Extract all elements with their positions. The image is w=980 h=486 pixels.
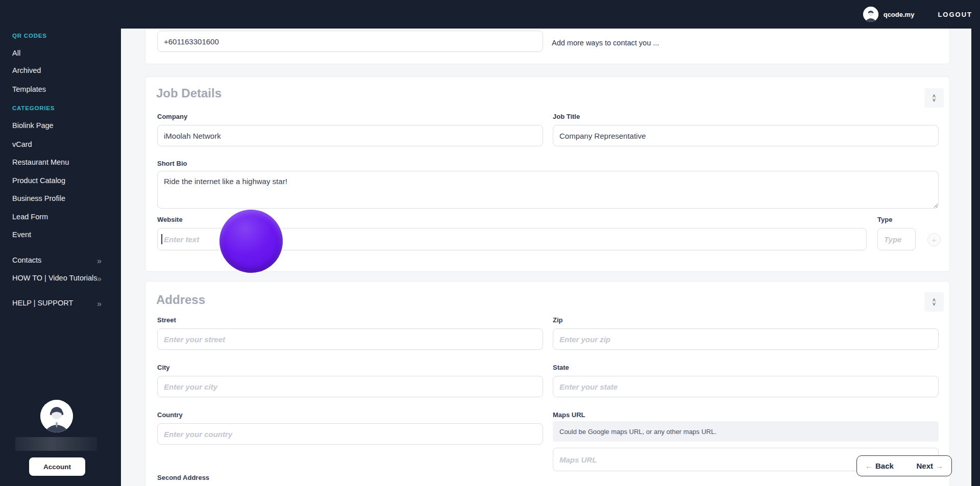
add-website-button[interactable]: +	[927, 233, 941, 246]
section-reorder-button[interactable]: ˄ ˅	[924, 292, 944, 312]
sidebar-item-lead-form[interactable]: Lead Form	[12, 213, 48, 221]
phone-input[interactable]	[157, 31, 543, 52]
sidebar-link-label: HOW TO | Video Tutorials	[12, 274, 97, 282]
caret-down-icon: ˅	[933, 302, 936, 306]
zip-label: Zip	[553, 316, 939, 324]
street-input[interactable]	[157, 328, 543, 350]
account-menu[interactable]: qcode.my	[863, 7, 915, 22]
double-chevron-icon: »	[97, 256, 102, 265]
state-label: State	[553, 364, 939, 371]
pager-card: ← Back Next →	[856, 455, 952, 476]
click-indicator	[219, 210, 283, 273]
double-chevron-icon: »	[97, 274, 102, 283]
sidebar-item-biolink-page[interactable]: Biolink Page	[12, 121, 54, 130]
sidebar-item-contacts[interactable]: Contacts »	[12, 256, 109, 265]
sidebar-heading-categories: CATEGORIES	[12, 105, 55, 111]
double-chevron-icon: »	[97, 299, 102, 308]
next-button[interactable]: Next →	[916, 462, 943, 470]
person-icon	[863, 7, 878, 22]
company-label: Company	[157, 113, 543, 120]
sidebar-item-restaurant-menu[interactable]: Restaurant Menu	[12, 158, 69, 166]
app-screen: Add more ways to contact you ... Job Det…	[0, 0, 980, 486]
website-label: Website	[157, 216, 543, 223]
type-label: Type	[877, 216, 892, 223]
city-input[interactable]	[157, 376, 543, 397]
address-title: Address	[156, 293, 205, 307]
sidebar-link-label: Contacts	[12, 256, 41, 264]
job-details-title: Job Details	[156, 86, 222, 100]
city-label: City	[157, 364, 543, 371]
text-cursor	[161, 234, 162, 244]
country-input[interactable]	[157, 423, 543, 445]
sidebar-item-help-support[interactable]: HELP | SUPPORT »	[12, 299, 109, 308]
sidebar-item-event[interactable]: Event	[12, 231, 31, 239]
sidebar-item-product-catalog[interactable]: Product Catalog	[12, 176, 65, 185]
plus-icon: +	[932, 236, 937, 244]
back-arrow-icon: ←	[865, 462, 873, 470]
back-button-label: Back	[875, 462, 894, 470]
sidebar-link-label: HELP | SUPPORT	[12, 299, 73, 307]
country-label: Country	[157, 411, 543, 419]
maps-url-label: Maps URL	[553, 411, 939, 419]
sidebar-heading-qr-codes: QR CODES	[12, 33, 47, 39]
caret-down-icon: ˅	[933, 98, 936, 102]
topbar: code qcode.my LOGOUT	[0, 0, 980, 29]
job-title-label: Job Title	[553, 113, 939, 120]
contact-helper-text: Add more ways to contact you ...	[552, 39, 659, 47]
company-input[interactable]	[157, 125, 543, 146]
zip-input[interactable]	[553, 328, 939, 350]
short-bio-label: Short Bio	[157, 160, 543, 167]
next-button-label: Next	[916, 462, 933, 470]
sidebar-item-vcard[interactable]: vCard	[12, 140, 32, 148]
account-name: qcode.my	[884, 11, 915, 18]
section-reorder-button[interactable]: ˄ ˅	[924, 88, 944, 108]
maps-url-info: Could be Google maps URL, or any other m…	[553, 421, 939, 442]
sidebar-item-business-profile[interactable]: Business Profile	[12, 194, 65, 202]
street-label: Street	[157, 316, 543, 324]
state-input[interactable]	[553, 376, 939, 397]
sidebar-item-how-to-video-tutorials[interactable]: HOW TO | Video Tutorials »	[12, 274, 109, 283]
type-input[interactable]	[877, 228, 916, 250]
sidebar: QR CODES All Archived Templates CATEGORI…	[0, 0, 121, 486]
sidebar-highlight-bar	[15, 437, 97, 451]
sidebar-item-archived[interactable]: Archived	[12, 66, 41, 74]
next-arrow-icon: →	[936, 462, 943, 470]
profile-avatar	[40, 400, 73, 432]
job-title-input[interactable]	[553, 125, 939, 146]
back-button[interactable]: ← Back	[865, 462, 894, 470]
person-icon	[40, 400, 73, 432]
user-avatar	[863, 7, 878, 22]
second-address-label: Second Address	[157, 474, 543, 481]
account-button[interactable]: Account	[29, 457, 85, 476]
sidebar-item-templates[interactable]: Templates	[12, 85, 46, 93]
logout-button[interactable]: LOGOUT	[938, 11, 972, 18]
sidebar-item-all[interactable]: All	[12, 49, 20, 57]
short-bio-textarea[interactable]: Ride the internet like a highway star!	[157, 171, 939, 209]
address-card: Address ˄ ˅ Street Zip City State Countr…	[145, 281, 950, 486]
